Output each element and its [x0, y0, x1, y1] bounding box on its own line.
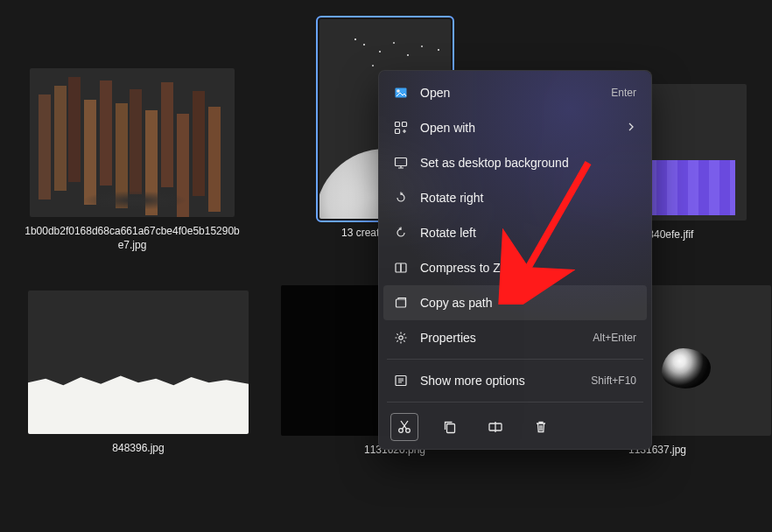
menu-label: Properties [420, 331, 476, 345]
menu-separator [387, 359, 643, 360]
svg-rect-6 [396, 158, 407, 166]
rotate-left-icon [394, 226, 408, 240]
cut-button[interactable] [390, 413, 418, 441]
copy-icon [442, 419, 458, 435]
svg-rect-3 [396, 122, 400, 127]
rename-button[interactable] [481, 413, 509, 441]
rename-icon [488, 419, 503, 435]
svg-point-11 [399, 429, 404, 433]
copy-button[interactable] [436, 413, 464, 441]
properties-icon [394, 331, 408, 345]
menu-set-desktop-background[interactable]: Set as desktop background [383, 145, 647, 180]
menu-copy-as-path[interactable]: Copy as path [383, 285, 647, 320]
svg-rect-4 [403, 122, 407, 127]
svg-point-12 [406, 429, 411, 433]
thumbnail [28, 290, 249, 434]
copy-path-icon [394, 296, 408, 310]
svg-rect-5 [396, 130, 400, 134]
open-with-icon [394, 121, 408, 135]
file-item[interactable]: 848396.jpg [25, 290, 252, 455]
menu-label: Compress to ZIP file [420, 261, 531, 275]
menu-label: Copy as path [420, 296, 493, 310]
menu-label: Show more options [420, 374, 525, 388]
desktop-icon [394, 156, 408, 170]
menu-label: Open with [420, 121, 475, 135]
rotate-right-icon [394, 191, 408, 205]
menu-rotate-left[interactable]: Rotate left [383, 215, 647, 250]
svg-rect-13 [447, 424, 455, 433]
delete-icon [533, 419, 549, 435]
menu-shortcut: Alt+Enter [593, 332, 636, 344]
more-options-icon [394, 374, 408, 388]
menu-properties[interactable]: Properties Alt+Enter [383, 320, 647, 355]
picture-icon [394, 86, 408, 100]
menu-label: Open [420, 86, 450, 100]
menu-rotate-right[interactable]: Rotate right [383, 180, 647, 215]
menu-open-with[interactable]: Open with [383, 110, 647, 145]
svg-point-2 [397, 90, 399, 92]
context-menu: Open Enter Open with Set as desktop back… [378, 70, 652, 450]
delete-button[interactable] [527, 413, 555, 441]
menu-shortcut: Shift+F10 [591, 374, 636, 387]
menu-label: Set as desktop background [420, 156, 569, 170]
context-menu-action-bar [383, 406, 647, 444]
svg-point-9 [399, 336, 403, 340]
menu-show-more-options[interactable]: Show more options Shift+F10 [383, 363, 647, 398]
zip-icon [394, 261, 408, 275]
menu-open[interactable]: Open Enter [383, 75, 647, 110]
cut-icon [397, 419, 412, 435]
menu-label: Rotate left [420, 226, 476, 240]
menu-label: Rotate right [420, 191, 483, 205]
svg-rect-8 [397, 299, 406, 307]
thumbnail [30, 68, 235, 217]
file-name: 1b00db2f0168d68ca661a67cbe4f0e5b15290be7… [25, 224, 240, 252]
menu-compress-zip[interactable]: Compress to ZIP file [383, 250, 647, 285]
menu-shortcut: Enter [611, 87, 636, 99]
file-name: 848396.jpg [25, 441, 252, 455]
chevron-right-icon [626, 121, 636, 135]
file-item[interactable]: 1b00db2f0168d68ca661a67cbe4f0e5b15290be7… [25, 68, 240, 252]
menu-separator [387, 402, 643, 402]
